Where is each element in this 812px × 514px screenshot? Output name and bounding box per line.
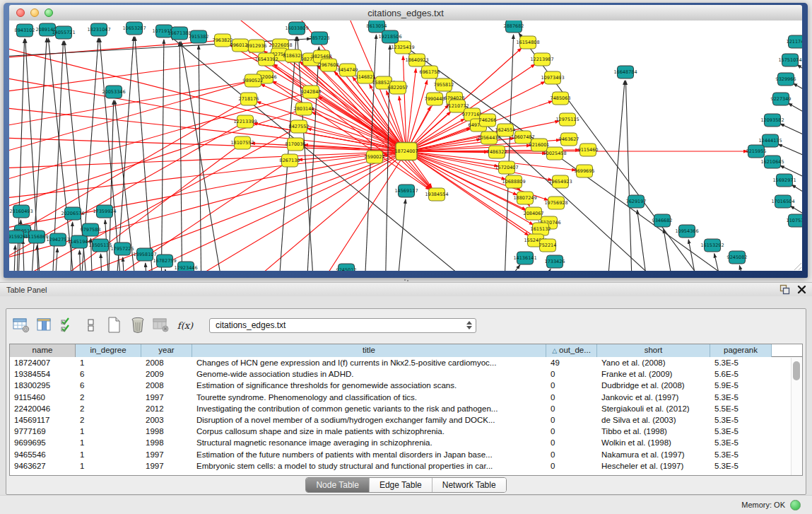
graph-node[interactable]: 9245012	[336, 264, 357, 271]
graph-node[interactable]: 7857223	[310, 32, 330, 45]
table-row[interactable]: 946362711997Embryonic stem cells: a mode…	[10, 460, 802, 472]
column-visibility-button[interactable]	[35, 316, 54, 334]
graph-node[interactable]: 18231047	[87, 23, 110, 36]
tab-network-table[interactable]: Network Table	[433, 478, 506, 492]
graph-node[interactable]: 6961758	[420, 66, 440, 78]
minimize-button[interactable]	[30, 8, 39, 17]
graph-node[interactable]: 11451944	[67, 235, 90, 248]
graph-node[interactable]: 6822057	[388, 81, 408, 94]
table-row[interactable]: 2242004622012Investigating the contribut…	[10, 403, 802, 414]
graph-node[interactable]: 15692971	[772, 174, 796, 187]
table-mode-button[interactable]	[11, 316, 31, 334]
table-row[interactable]: 1872400712008Changes of HCN gene express…	[10, 357, 802, 368]
graph-node[interactable]: 2887682	[504, 21, 524, 33]
graph-node[interactable]: 10688809	[502, 175, 525, 188]
graph-node[interactable]: 9890522	[243, 74, 264, 87]
graph-node[interactable]: 10954366	[675, 225, 698, 238]
graph-node[interactable]: 9699695	[575, 165, 595, 177]
graph-node[interactable]: 9227349	[771, 93, 792, 105]
graph-node[interactable]: 19218506	[378, 30, 401, 43]
column-header-in-degree[interactable]: in_degree	[76, 344, 141, 357]
graph-node[interactable]: 23160493	[9, 205, 33, 218]
column-header-title[interactable]: title	[192, 344, 546, 357]
graph-node[interactable]: 16033809	[285, 22, 308, 35]
graph-node[interactable]: 18107552	[230, 136, 254, 149]
graph-node[interactable]: 2084067	[524, 207, 544, 220]
table-row[interactable]: 977716911998Corpus callosum shape and si…	[10, 426, 802, 437]
graph-node[interactable]: 8943102	[15, 24, 35, 37]
graph-node[interactable]: 16210645	[760, 156, 784, 168]
graph-node[interactable]: 9329966	[776, 73, 796, 86]
graph-node[interactable]: 8427552	[289, 120, 310, 133]
graph-node[interactable]: 12213987	[530, 53, 553, 66]
graph-node[interactable]: 12975115	[555, 113, 579, 126]
graph-node[interactable]: 20564436	[477, 132, 500, 144]
graph-node[interactable]: 14136141	[513, 252, 536, 264]
graph-node[interactable]: 8267130	[280, 154, 300, 167]
graph-node[interactable]: 9346682	[652, 214, 673, 227]
graph-node[interactable]: 9242848	[301, 86, 322, 98]
graph-node[interactable]: 15751074	[778, 54, 801, 66]
graph-node[interactable]: 9797588	[81, 223, 101, 236]
graph-node[interactable]: 12923446	[174, 262, 197, 271]
graph-node[interactable]: 8215955	[746, 145, 767, 158]
graph-node[interactable]: 18640923	[405, 54, 428, 66]
table-row[interactable]: 946554611997Estimation of the future num…	[10, 449, 802, 460]
graph-node[interactable]: 18807249	[513, 192, 536, 204]
table-row[interactable]: 1830029562008Estimation of significance …	[10, 380, 802, 391]
table-row[interactable]: 911546021997Tourette syndrome. Phenomeno…	[10, 392, 802, 403]
column-header-name[interactable]: name	[10, 344, 76, 357]
graph-node[interactable]: 19654923	[548, 175, 572, 188]
graph-node[interactable]: 1733426	[545, 255, 565, 268]
graph-node[interactable]: 8170036	[286, 138, 306, 151]
graph-node[interactable]: 12093582	[760, 114, 784, 127]
table-row[interactable]: 969969511998Structural magnetic resonanc…	[10, 437, 802, 448]
graph-node[interactable]: 3915926	[9, 230, 25, 243]
graph-node[interactable]: 2590027	[365, 151, 385, 163]
vertical-scrollbar[interactable]	[791, 358, 802, 475]
close-button[interactable]	[16, 8, 25, 17]
graph-node[interactable]: 14055721	[52, 26, 75, 39]
graph-node[interactable]: 10973493	[541, 71, 564, 84]
graph-node[interactable]: 1615132	[531, 223, 551, 235]
table-row[interactable]: 1938455462009Genome-wide association stu…	[10, 368, 802, 380]
tab-node-table[interactable]: Node Table	[306, 478, 370, 492]
graph-node[interactable]: 19756928	[544, 197, 567, 209]
function-builder-button[interactable]: f(x)	[175, 316, 196, 334]
clear-selection-button[interactable]	[81, 316, 101, 334]
graph-node[interactable]: 11156869	[25, 230, 48, 243]
column-header-year[interactable]: year	[141, 344, 192, 357]
graph-node[interactable]: 2718176	[239, 93, 259, 105]
graph-node[interactable]: 9115460	[578, 144, 599, 156]
tab-edge-table[interactable]: Edge Table	[370, 478, 433, 492]
close-panel-button[interactable]	[797, 285, 806, 294]
graph-node[interactable]: 7629197	[626, 195, 647, 208]
graph-node[interactable]: 10025458	[543, 147, 566, 160]
graph-node[interactable]: 7990448	[425, 93, 445, 105]
graph-node[interactable]: 10653287	[122, 22, 146, 35]
new-column-button[interactable]	[105, 316, 124, 334]
table-row[interactable]: 1456911722003Disruption of a novel membe…	[10, 414, 802, 426]
graph-node[interactable]: 20206576	[61, 207, 84, 220]
float-window-button[interactable]	[779, 284, 790, 295]
graph-node[interactable]: 17016504	[771, 195, 794, 208]
column-header-pagerank[interactable]: pagerank	[710, 344, 772, 357]
graph-hub-node[interactable]: 18724007	[394, 143, 418, 160]
graph-node[interactable]: 2803144	[294, 103, 314, 115]
graph-node[interactable]: 20053346	[102, 86, 125, 98]
graph-node[interactable]: 12213399	[233, 115, 257, 128]
graph-node[interactable]: 752214	[539, 239, 557, 252]
graph-node[interactable]: 16153292	[700, 239, 724, 252]
network-table-selector[interactable]: citations_edges.txt	[209, 318, 476, 333]
graph-node[interactable]: 13505135	[88, 239, 112, 252]
graph-node[interactable]: 1211742	[787, 35, 802, 48]
column-header-short[interactable]: short	[597, 344, 710, 357]
graph-node[interactable]: 8912936	[247, 40, 267, 52]
graph-node[interactable]: 12942757	[46, 233, 69, 246]
graph-node[interactable]: 7955812	[434, 78, 454, 91]
graph-node[interactable]: 14569117	[394, 185, 418, 197]
graph-node[interactable]: 19384554	[425, 188, 448, 201]
network-window-titlebar[interactable]: citations_edges.txt	[9, 5, 802, 21]
graph-node[interactable]: 16648784	[613, 66, 637, 78]
graph-node[interactable]: 16543392	[254, 53, 278, 66]
